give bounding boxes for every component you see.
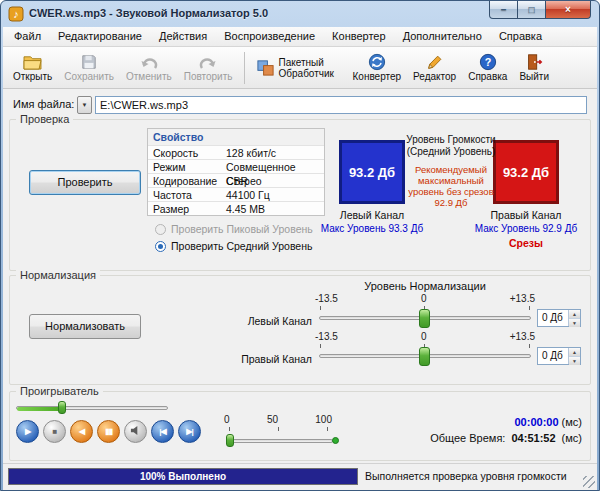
toolbar-separator — [244, 52, 245, 84]
elapsed-time: 00:00:00 (мс) — [515, 416, 583, 428]
menu-file[interactable]: Файл — [7, 27, 48, 47]
left-channel-db-spinner[interactable]: 0 Дб ▲ ▼ — [537, 309, 581, 327]
mute-button[interactable] — [124, 420, 147, 443]
left-channel-slider-handle[interactable] — [419, 309, 430, 328]
radio-icon — [155, 224, 166, 235]
menu-bar: Файл Редактирование Действия Воспроизвед… — [3, 27, 597, 47]
save-icon — [79, 53, 99, 71]
table-row: Скорость128 кбит/с — [148, 145, 324, 159]
minimize-icon: – — [501, 4, 507, 15]
volume-level-heading: Уровень Громкости (Средний Уровень) — [404, 134, 498, 158]
open-button[interactable]: Открыть — [7, 49, 58, 87]
play-button[interactable]: ▶ — [16, 420, 39, 443]
radio-average-label: Проверить Средний Уровень — [171, 240, 312, 252]
volume-fill — [17, 407, 63, 411]
undo-button[interactable]: Отменить — [120, 49, 178, 87]
right-channel-max-level: Макс Уровень 92.9 Дб — [471, 222, 581, 236]
previous-icon: |◀ — [159, 427, 165, 436]
editor-button[interactable]: Редактор — [407, 49, 462, 87]
elapsed-time-value: 00:00:00 — [515, 416, 559, 428]
filename-input[interactable]: E:\CWER.ws.mp3 — [95, 96, 587, 114]
close-button[interactable]: × — [546, 1, 591, 19]
total-time-label: Общее Время: — [430, 432, 505, 444]
filename-label: Имя файла: — [13, 98, 74, 110]
menu-edit[interactable]: Редактирование — [51, 27, 149, 47]
total-time-value: 04:51:52 — [512, 432, 556, 444]
properties-table-header: Свойство — [148, 129, 324, 145]
player-group-label: Проигрыватель — [16, 385, 103, 397]
menu-extra[interactable]: Дополнительно — [396, 27, 489, 47]
save-button[interactable]: Сохранить — [58, 49, 120, 87]
volume-slider-handle[interactable] — [58, 401, 66, 414]
position-slider[interactable] — [229, 439, 333, 443]
test-button[interactable]: Проверить — [29, 170, 141, 195]
caption-buttons: – □ × — [489, 1, 591, 19]
total-time-units: (мс) — [562, 432, 582, 444]
tick — [278, 427, 279, 431]
menu-actions[interactable]: Действия — [152, 27, 214, 47]
table-row: Размер4.45 MB — [148, 201, 324, 215]
total-time: Общее Время: 04:51:52 (мс) — [430, 432, 582, 444]
right-channel-slider-label: Правый Канал — [228, 353, 312, 365]
right-slider-scale: -13.5 0 +13.5 — [315, 331, 535, 342]
redo-button[interactable]: Повторить — [178, 49, 239, 87]
resize-grip-icon[interactable] — [583, 476, 595, 488]
position-end-marker — [332, 437, 339, 444]
properties-table: Свойство Скорость128 кбит/с РежимСовмеще… — [147, 128, 325, 216]
pause-button[interactable]: ▮▮ — [97, 420, 120, 443]
play-icon: ▶ — [25, 427, 30, 436]
normalize-button[interactable]: Нормализовать — [29, 314, 141, 339]
speaker-icon — [130, 425, 141, 438]
menu-converter[interactable]: Конвертер — [325, 27, 392, 47]
normalization-group-label: Нормализация — [16, 269, 100, 281]
radio-icon — [155, 241, 166, 252]
spin-down-icon[interactable]: ▼ — [569, 357, 580, 365]
maximize-icon: □ — [528, 4, 534, 15]
menu-playback[interactable]: Воспроизведение — [217, 27, 322, 47]
test-group: Проверка Проверить Свойство Скорость128 … — [9, 119, 591, 271]
radio-average-level[interactable]: Проверить Средний Уровень — [155, 240, 312, 252]
left-slider-scale: -13.5 0 +13.5 — [315, 293, 535, 304]
test-group-label: Проверка — [16, 113, 73, 125]
rewind-button[interactable]: ◀ — [70, 420, 93, 443]
table-row: КодированиеCBR — [148, 173, 324, 187]
right-channel-db-spinner[interactable]: 0 Дб ▲ ▼ — [537, 347, 581, 365]
next-button[interactable]: ▶| — [178, 420, 201, 443]
spin-up-icon[interactable]: ▲ — [569, 310, 580, 319]
maximize-button[interactable]: □ — [518, 1, 546, 19]
spin-down-icon[interactable]: ▼ — [569, 319, 580, 327]
radio-peak-label: Проверить Пиковый Уровень — [171, 223, 313, 235]
chevron-down-icon: ▼ — [82, 102, 88, 108]
filename-dropdown-button[interactable]: ▼ — [77, 96, 92, 114]
batch-processor-button[interactable]: Пакетный Обработчик — [250, 49, 347, 87]
svg-text:?: ? — [484, 56, 491, 68]
undo-arrow-icon — [139, 53, 159, 71]
stop-button[interactable]: ■ — [43, 420, 66, 443]
left-channel-level-display: 93.2 Дб — [339, 140, 405, 204]
open-folder-icon — [23, 53, 43, 71]
right-channel-caption: Правый Канал Макс Уровень 92.9 Дб Срезы — [471, 208, 581, 250]
stop-icon: ■ — [53, 427, 57, 436]
menu-help[interactable]: Справка — [492, 27, 549, 47]
previous-button[interactable]: |◀ — [151, 420, 174, 443]
batch-processor-icon — [256, 59, 276, 77]
converter-button[interactable]: Конвертер — [347, 49, 408, 87]
help-question-icon: ? — [478, 53, 498, 71]
left-channel-caption: Левый Канал Макс Уровень 93.3 Дб — [317, 208, 427, 236]
pause-icon: ▮▮ — [105, 427, 112, 436]
tick — [529, 344, 530, 348]
window-title: CWER.ws.mp3 - Звуковой Нормализатор 5.0 — [29, 7, 268, 19]
normalization-group: Нормализация Нормализовать Уровень Норма… — [9, 275, 591, 385]
right-channel-slider-handle[interactable] — [419, 347, 430, 366]
exit-door-icon — [524, 53, 544, 71]
radio-peak-level[interactable]: Проверить Пиковый Уровень — [155, 223, 313, 235]
title-bar[interactable]: ♪ CWER.ws.mp3 - Звуковой Нормализатор 5.… — [1, 1, 599, 27]
spin-up-icon[interactable]: ▲ — [569, 348, 580, 357]
exit-button[interactable]: Выйти — [513, 49, 555, 87]
next-icon: ▶| — [186, 427, 192, 436]
position-slider-handle[interactable] — [226, 434, 234, 447]
rewind-icon: ◀ — [79, 427, 84, 436]
minimize-button[interactable]: – — [489, 1, 518, 19]
help-button[interactable]: ? Справка — [462, 49, 513, 87]
tick — [529, 306, 530, 310]
